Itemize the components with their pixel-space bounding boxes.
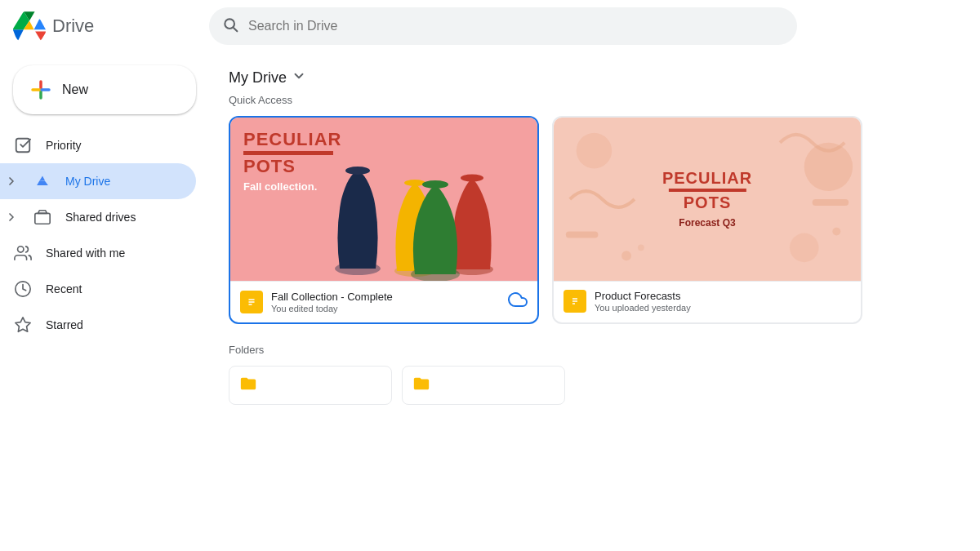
file-card-product-forecasts[interactable]: PECULIAR POTS Forecast Q3 bbox=[552, 116, 862, 324]
sidebar-item-recent[interactable]: Recent bbox=[0, 271, 196, 307]
sidebar-item-starred[interactable]: Starred bbox=[0, 307, 196, 343]
product-forecasts-name: Product Forecasts bbox=[595, 290, 851, 302]
quick-access-label: Quick Access bbox=[229, 94, 960, 106]
logo-text: Drive bbox=[52, 16, 94, 37]
svg-rect-7 bbox=[35, 213, 50, 224]
product-forecasts-file-icon bbox=[564, 290, 586, 313]
sidebar-item-priority-label: Priority bbox=[46, 139, 82, 152]
logo-area: Drive bbox=[13, 10, 209, 42]
recent-icon bbox=[13, 279, 33, 299]
expand-arrow-my-drive[interactable] bbox=[3, 173, 20, 189]
thumb2-brand-bar bbox=[668, 189, 746, 192]
my-drive-icon bbox=[33, 171, 52, 191]
sidebar-item-shared-with-me-label: Shared with me bbox=[46, 247, 125, 260]
vases-illustration bbox=[309, 134, 537, 281]
priority-icon bbox=[13, 136, 33, 155]
file-card-fall-collection-thumb: PECULIAR POTS Fall collection. bbox=[230, 118, 537, 281]
file-card-product-forecasts-thumb: PECULIAR POTS Forecast Q3 bbox=[554, 118, 861, 281]
svg-point-28 bbox=[621, 251, 631, 260]
search-input[interactable] bbox=[248, 19, 784, 33]
svg-point-18 bbox=[422, 180, 448, 189]
svg-point-14 bbox=[404, 180, 425, 186]
svg-point-16 bbox=[461, 175, 483, 182]
search-bar[interactable] bbox=[209, 7, 797, 45]
svg-point-12 bbox=[345, 167, 370, 175]
svg-point-30 bbox=[832, 228, 840, 236]
thumb2-brand-line2: POTS bbox=[662, 194, 752, 211]
sidebar-item-priority[interactable]: Priority bbox=[0, 127, 196, 163]
folder-card-2[interactable] bbox=[402, 366, 565, 405]
svg-point-23 bbox=[577, 133, 612, 169]
main-layout: New Priority bbox=[0, 52, 980, 551]
folder-icon-1 bbox=[239, 375, 257, 397]
file-card-product-forecasts-info: Product Forecasts You uploaded yesterday bbox=[554, 281, 861, 321]
sidebar-item-shared-drives[interactable]: Shared drives bbox=[0, 199, 196, 235]
sidebar-item-my-drive-label: My Drive bbox=[65, 175, 110, 188]
fall-collection-file-icon bbox=[240, 291, 263, 313]
quick-access-grid: PECULIAR POTS Fall collection. bbox=[229, 116, 960, 324]
product-forecasts-meta: Product Forecasts You uploaded yesterday bbox=[595, 290, 851, 313]
folder-card-1[interactable] bbox=[229, 366, 392, 405]
search-icon bbox=[222, 16, 238, 37]
cloud-sync-icon bbox=[508, 290, 528, 314]
sidebar: New Priority bbox=[0, 52, 209, 551]
file-card-fall-collection[interactable]: PECULIAR POTS Fall collection. bbox=[229, 116, 539, 324]
sidebar-item-shared-drives-label: Shared drives bbox=[65, 211, 136, 224]
expand-arrow-shared-drives[interactable] bbox=[3, 209, 20, 225]
fall-collection-name: Fall Collection - Complete bbox=[271, 291, 500, 303]
thumb1-brand-line2: POTS bbox=[243, 158, 341, 176]
svg-marker-10 bbox=[16, 318, 30, 331]
svg-line-1 bbox=[234, 28, 237, 31]
sidebar-item-shared-with-me[interactable]: Shared with me bbox=[0, 235, 196, 271]
svg-point-0 bbox=[225, 19, 234, 29]
new-button-label: New bbox=[62, 82, 88, 97]
folders-grid bbox=[229, 366, 960, 405]
sidebar-item-starred-label: Starred bbox=[46, 318, 83, 331]
svg-point-29 bbox=[638, 244, 644, 251]
new-button[interactable]: New bbox=[13, 65, 196, 114]
sidebar-item-recent-label: Recent bbox=[46, 282, 82, 295]
folder-icon-2 bbox=[412, 375, 430, 397]
thumb2-brand-line1: PECULIAR bbox=[662, 170, 752, 186]
svg-rect-27 bbox=[813, 199, 849, 206]
product-forecasts-subtitle: You uploaded yesterday bbox=[595, 303, 851, 313]
svg-point-8 bbox=[18, 247, 24, 252]
shared-drives-icon bbox=[33, 207, 52, 227]
folders-label: Folders bbox=[229, 344, 960, 356]
thumb1-brand-bar bbox=[243, 151, 333, 155]
content-header: My Drive bbox=[229, 69, 960, 87]
fall-collection-meta: Fall Collection - Complete You edited to… bbox=[271, 291, 500, 313]
thumb1-brand-line1: PECULIAR bbox=[243, 131, 341, 149]
file-card-fall-collection-info: Fall Collection - Complete You edited to… bbox=[230, 281, 537, 322]
svg-point-24 bbox=[790, 233, 819, 263]
page-title: My Drive bbox=[229, 69, 287, 87]
thumb1-brand-sub: Fall collection. bbox=[243, 180, 341, 193]
svg-rect-6 bbox=[16, 139, 30, 153]
title-dropdown-icon[interactable] bbox=[292, 69, 306, 87]
drive-logo-icon bbox=[13, 10, 46, 42]
content-area: My Drive Quick Access PECULIAR bbox=[209, 52, 980, 551]
shared-with-me-icon bbox=[13, 243, 33, 263]
thumb2-brand-sub: Forecast Q3 bbox=[662, 217, 752, 229]
fall-collection-subtitle: You edited today bbox=[271, 304, 500, 313]
header: Drive bbox=[0, 0, 980, 52]
starred-icon bbox=[13, 315, 33, 335]
new-plus-icon bbox=[29, 78, 52, 101]
svg-rect-26 bbox=[566, 232, 599, 238]
sidebar-item-my-drive[interactable]: My Drive bbox=[0, 163, 196, 199]
